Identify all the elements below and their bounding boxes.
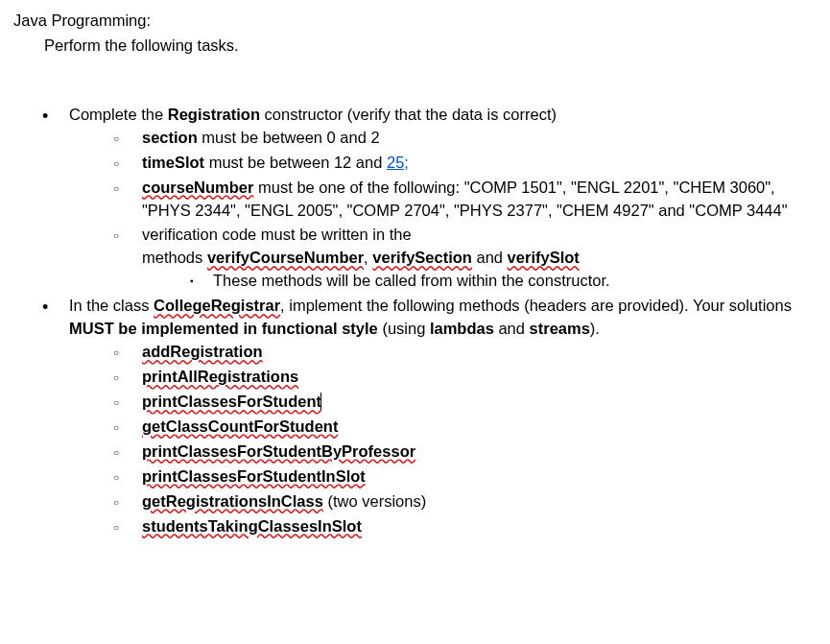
method-verifysection: verifySection (372, 249, 472, 266)
text: must be between 12 and (204, 154, 387, 171)
method-printclassesforstudent: printClassesForStudent (107, 391, 817, 414)
text: and (494, 320, 530, 337)
text-bold: MUST be implemented in functional style (69, 320, 378, 337)
method-printclassesforstudentbyprofessor: printClassesForStudentByProfessor (107, 441, 817, 464)
item-verification: verification code must be written in the… (107, 224, 817, 293)
text-bold: Registration (168, 106, 260, 123)
text: getClassCountForStudent (142, 417, 338, 435)
text: verification code must be written in the (142, 226, 412, 243)
method-printallregistrations: printAllRegistrations (107, 366, 817, 389)
text: , (364, 249, 372, 266)
method-getclasscountforstudent: getClassCountForStudent (107, 416, 817, 439)
method-printclassesforstudentinslot: printClassesForStudentInSlot (107, 465, 817, 489)
method-studentstakingclassesinslot: studentsTakingClassesInSlot (107, 515, 817, 538)
method-verifycoursenumber: verifyCourseNumber (207, 249, 364, 266)
text: constructor (verify that the data is cor… (260, 106, 557, 123)
text-bold: timeSlot (142, 154, 204, 171)
item-collegeregistrar: In the class CollegeRegistrar, implement… (40, 295, 817, 537)
method-addregistration: addRegistration (107, 341, 817, 364)
item-methods-called: These methods will be called from within… (184, 270, 817, 293)
text: These methods will be called from within… (213, 272, 610, 289)
text: and (472, 249, 508, 266)
text: must be between 0 and 2 (198, 129, 380, 146)
text: Complete the (69, 106, 168, 123)
text: printClassesForStudentInSlot (142, 467, 366, 485)
text-cursor-icon (320, 393, 321, 410)
text: getRegistrationsInClass (142, 492, 323, 510)
text-bold: streams (530, 320, 590, 337)
item-timeslot: timeSlot must be between 12 and 25; (107, 152, 817, 175)
text: printClassesForStudentByProfessor (142, 442, 415, 460)
item-section: section must be between 0 and 2 (107, 127, 817, 150)
item-coursenumber: courseNumber must be one of the followin… (107, 177, 817, 223)
method-getregistrationsinclass: getRegistrationsInClass (two versions) (107, 490, 817, 513)
text: In the class (69, 297, 154, 314)
text: studentsTakingClassesInSlot (142, 517, 362, 535)
subsublist: These methods will be called from within… (142, 270, 817, 293)
text: printAllRegistrations (142, 368, 298, 385)
main-list: Complete the Registration constructor (v… (13, 104, 817, 538)
subtitle: Perform the following tasks. (44, 35, 817, 58)
method-verifyslot: verifySlot (508, 249, 580, 266)
heading: Java Programming: (13, 10, 817, 33)
text-bold-spellcheck: courseNumber (142, 179, 253, 196)
text-bold: section (142, 129, 198, 146)
text-bold: lambdas (430, 320, 494, 337)
item-registration-constructor: Complete the Registration constructor (v… (40, 104, 817, 293)
methods-list: addRegistration printAllRegistrations pr… (69, 341, 817, 537)
text: printClassesForStudent (142, 393, 321, 410)
text: addRegistration (142, 343, 263, 360)
link-25[interactable]: 25; (387, 154, 409, 171)
text: (two versions) (323, 492, 426, 510)
text: (using (378, 320, 430, 337)
text: methods (142, 249, 207, 266)
class-collegeregistrar: CollegeRegistrar (154, 297, 280, 314)
text: , implement the following methods (heade… (280, 297, 792, 314)
text: ). (590, 320, 600, 337)
sublist: section must be between 0 and 2 timeSlot… (69, 127, 817, 293)
